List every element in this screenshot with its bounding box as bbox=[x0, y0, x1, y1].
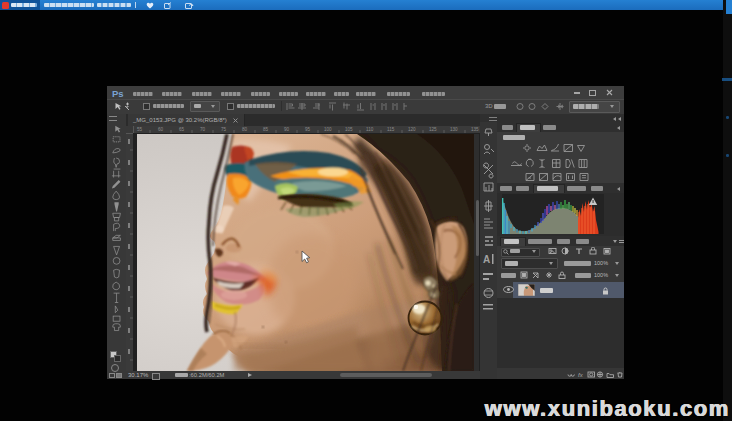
svg-text:65: 65 bbox=[179, 127, 185, 132]
svg-text:130: 130 bbox=[450, 127, 458, 132]
svg-text:55: 55 bbox=[137, 127, 143, 132]
svg-text:A: A bbox=[483, 254, 490, 265]
svg-text:115: 115 bbox=[387, 127, 395, 132]
svg-text:135: 135 bbox=[471, 127, 479, 132]
svg-text:125: 125 bbox=[429, 127, 437, 132]
svg-text:70: 70 bbox=[200, 127, 206, 132]
svg-text:110: 110 bbox=[366, 127, 374, 132]
svg-text:60: 60 bbox=[158, 127, 164, 132]
svg-text:95: 95 bbox=[305, 127, 311, 132]
svg-text:80: 80 bbox=[242, 127, 248, 132]
svg-text:120: 120 bbox=[408, 127, 416, 132]
svg-text:105: 105 bbox=[345, 127, 353, 132]
svg-text:90: 90 bbox=[284, 127, 290, 132]
svg-text:75: 75 bbox=[221, 127, 227, 132]
svg-text:85: 85 bbox=[263, 127, 269, 132]
svg-text:fx: fx bbox=[578, 372, 584, 378]
svg-text:100: 100 bbox=[324, 127, 332, 132]
